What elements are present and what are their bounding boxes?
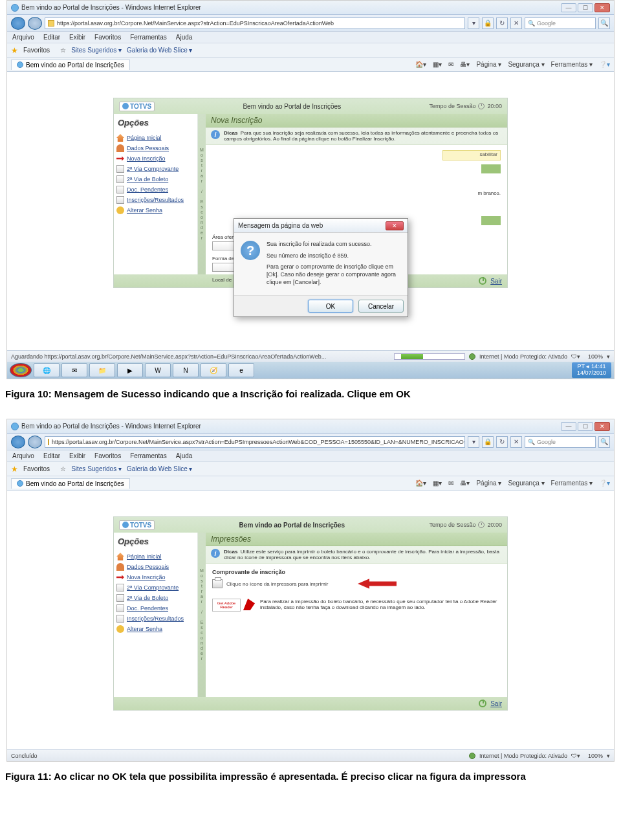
toggle-sidebar-bar[interactable]: Mostrar / Esconder [198,114,206,274]
ok-button[interactable]: OK [308,300,353,313]
back-button[interactable] [11,17,25,30]
feed-icon[interactable]: ▦▾ [433,61,442,68]
sidebar-item-home[interactable]: Página Inicial [116,133,195,143]
start-button[interactable] [10,363,32,377]
ssl-icon[interactable]: 🔒 [482,436,494,448]
taskbar-app[interactable]: 📁 [89,363,115,377]
taskbar-app[interactable]: ▶ [117,363,143,377]
minimize-button[interactable]: — [561,422,576,431]
sidebar-item-docs[interactable]: Doc. Pendentes [116,184,195,195]
feed-icon[interactable]: ▦▾ [433,480,442,487]
web-slice-link[interactable]: Galeria do Web Slice ▾ [127,47,193,54]
search-input[interactable]: 🔍 Google [525,436,596,448]
stop-button[interactable]: ✕ [510,436,522,448]
adobe-reader-badge[interactable]: Get Adobe Reader [212,599,241,612]
sidebar-item-comprovante[interactable]: 2ª Via Comprovante [116,582,195,593]
sidebar-item-boleto[interactable]: 2ª Via de Boleto [116,593,195,603]
print-icon[interactable]: 🖶▾ [460,480,470,487]
sidebar-item-dados[interactable]: Dados Pessoais [116,562,195,572]
sidebar-item-senha[interactable]: Alterar Senha [116,205,195,216]
sidebar-item-home[interactable]: Página Inicial [116,551,195,562]
zoom-level[interactable]: 100% [588,753,603,759]
sidebar-item-nova[interactable]: Nova Inscrição [116,572,195,582]
sidebar-heading: Opções [116,118,195,127]
suggested-sites-link[interactable]: Sites Sugeridos ▾ [71,465,122,472]
taskbar-app[interactable]: N [173,363,199,377]
sidebar-item-senha[interactable]: Alterar Senha [116,624,195,634]
web-slice-link[interactable]: Galeria do Web Slice ▾ [127,465,193,472]
mail-icon[interactable]: ✉ [448,61,453,68]
url-field[interactable]: https://portal.asav.org.br/Corpore.Net/M… [45,436,465,448]
maximize-button[interactable]: ☐ [578,3,593,12]
maximize-button[interactable]: ☐ [578,422,593,431]
search-go-button[interactable]: 🔍 [598,436,610,448]
search-go-button[interactable]: 🔍 [598,17,610,29]
page-menu[interactable]: Página ▾ [476,480,501,487]
security-menu[interactable]: Segurança ▾ [508,480,544,487]
zoom-level[interactable]: 100% [588,353,603,360]
menu-favoritos[interactable]: Favoritos [94,34,121,41]
dropdown-icon[interactable]: ▾ [468,17,479,29]
mail-icon[interactable]: ✉ [448,480,453,487]
favorites-label[interactable]: Favoritos [23,465,50,472]
favorites-label[interactable]: Favoritos [23,47,50,54]
menu-favoritos[interactable]: Favoritos [94,452,121,459]
page-menu[interactable]: Página ▾ [476,61,501,68]
taskbar-app[interactable]: 🧭 [201,363,226,377]
menu-exibir[interactable]: Exibir [69,452,85,459]
tools-menu[interactable]: Ferramentas ▾ [551,480,593,487]
taskbar-app[interactable]: W [145,363,171,377]
menu-ajuda[interactable]: Ajuda [176,452,193,459]
menu-ferramentas[interactable]: Ferramentas [130,452,167,459]
refresh-button[interactable]: ↻ [496,436,508,448]
browser-tab[interactable]: Bem vindo ao Portal de Inscrições [11,60,130,70]
sidebar-item-comprovante[interactable]: 2ª Via Comprovante [116,164,195,174]
home-icon[interactable]: 🏠▾ [415,480,426,487]
logout-link[interactable]: Sair [490,700,502,707]
print-icon[interactable]: 🖶▾ [460,61,470,68]
printer-icon[interactable] [212,579,223,588]
home-icon[interactable]: 🏠▾ [415,61,426,68]
progress-bar [394,353,465,360]
taskbar-app[interactable]: ✉ [61,363,87,377]
forward-button[interactable] [28,436,42,448]
sidebar-item-boleto[interactable]: 2ª Via de Boleto [116,174,195,184]
menu-exibir[interactable]: Exibir [69,34,85,41]
cancel-button[interactable]: Cancelar [358,300,404,313]
refresh-button[interactable]: ↻ [496,17,508,29]
stop-button[interactable]: ✕ [510,17,522,29]
menu-ajuda[interactable]: Ajuda [176,34,193,41]
help-icon[interactable]: ❔▾ [599,61,610,68]
dialog-close-button[interactable]: ✕ [386,221,404,230]
minimize-button[interactable]: — [561,3,576,12]
menu-editar[interactable]: Editar [43,34,60,41]
taskbar-app[interactable]: 🌐 [34,363,60,377]
favorites-star-icon[interactable]: ★ [11,46,18,55]
sidebar-item-dados[interactable]: Dados Pessoais [116,143,195,153]
search-input[interactable]: 🔍 Google [525,17,596,29]
help-icon[interactable]: ❔▾ [599,480,610,487]
tools-menu[interactable]: Ferramentas ▾ [551,61,593,68]
dropdown-icon[interactable]: ▾ [468,436,479,448]
browser-tab[interactable]: Bem vindo ao Portal de Inscrições [11,478,130,489]
suggested-sites-link[interactable]: Sites Sugeridos ▾ [71,47,122,54]
menu-arquivo[interactable]: Arquivo [12,34,34,41]
url-field[interactable]: https://portal.asav.org.br/Corpore.Net/M… [45,17,465,29]
security-menu[interactable]: Segurança ▾ [508,61,544,68]
favorites-star-icon[interactable]: ★ [11,465,18,474]
sidebar-item-docs[interactable]: Doc. Pendentes [116,603,195,613]
back-button[interactable] [11,436,25,448]
close-button[interactable]: ✕ [594,422,610,431]
sidebar-item-resultados[interactable]: Inscrições/Resultados [116,195,195,205]
ssl-icon[interactable]: 🔒 [482,17,494,29]
toggle-sidebar-bar[interactable]: Mostrar / Esconder [198,533,206,697]
menu-editar[interactable]: Editar [43,452,60,459]
menu-arquivo[interactable]: Arquivo [12,452,34,459]
sidebar-item-nova[interactable]: Nova Inscrição [116,153,195,164]
taskbar-clock[interactable]: PT ◂ 14:4114/07/2010 [572,362,611,378]
taskbar-app[interactable]: e [228,363,254,377]
forward-button[interactable] [28,17,42,30]
sidebar-item-resultados[interactable]: Inscrições/Resultados [116,613,195,624]
menu-ferramentas[interactable]: Ferramentas [130,34,167,41]
close-button[interactable]: ✕ [594,3,610,12]
